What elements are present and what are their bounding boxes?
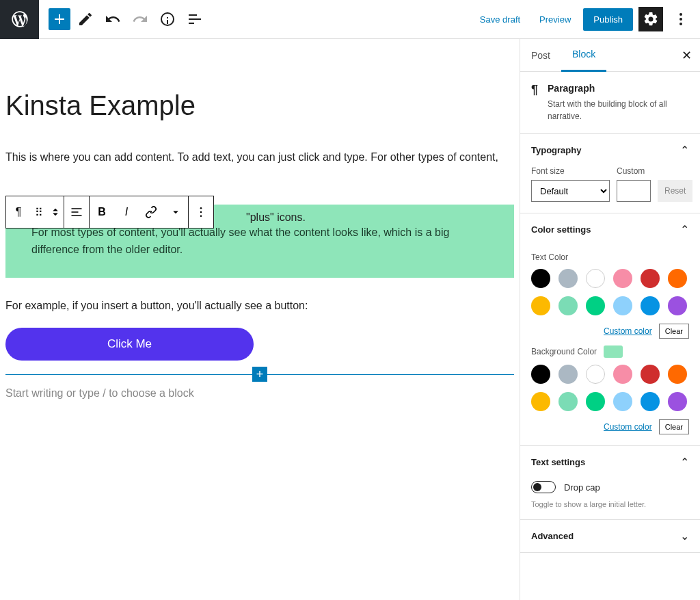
clear-bg-color-button[interactable]: Clear	[659, 419, 689, 434]
custom-font-size-input[interactable]	[617, 180, 651, 202]
color-swatch[interactable]	[531, 296, 550, 315]
color-panel: Color settings ⌃ Text Color Custom color…	[520, 213, 700, 446]
main: Kinsta Example This is where you can add…	[0, 39, 700, 600]
add-block-button[interactable]	[49, 8, 70, 30]
custom-bg-color-link[interactable]: Custom color	[604, 422, 652, 432]
color-swatch[interactable]	[641, 392, 660, 411]
color-swatch[interactable]	[668, 365, 687, 384]
preview-button[interactable]: Preview	[533, 9, 578, 30]
color-swatch[interactable]	[586, 296, 605, 315]
block-info: ¶ Paragraph Start with the building bloc…	[520, 72, 700, 134]
clear-text-color-button[interactable]: Clear	[659, 324, 689, 339]
bg-color-indicator	[604, 345, 623, 358]
svg-point-3	[200, 207, 202, 209]
paragraph-2[interactable]: For example, if you insert a button, you…	[5, 297, 514, 315]
toolbar-left	[39, 7, 207, 31]
color-swatch[interactable]	[641, 296, 660, 315]
color-swatch[interactable]	[531, 392, 550, 411]
text-color-swatches	[531, 269, 689, 315]
block-more-button[interactable]	[189, 196, 213, 228]
color-swatch[interactable]	[558, 296, 578, 315]
button-block[interactable]: Click Me	[5, 328, 254, 361]
reset-button[interactable]: Reset	[658, 180, 692, 202]
chevron-up-icon: ⌃	[680, 223, 689, 236]
link-button[interactable]	[139, 196, 163, 228]
empty-block-placeholder[interactable]: Start writing or type / to choose a bloc…	[5, 387, 514, 400]
italic-button[interactable]: I	[114, 196, 139, 228]
settings-button[interactable]	[638, 7, 663, 31]
paragraph-icon: ¶	[531, 83, 538, 122]
color-swatch[interactable]	[586, 269, 605, 288]
svg-point-4	[200, 211, 202, 213]
custom-text-color-link[interactable]: Custom color	[604, 326, 652, 336]
color-swatch[interactable]	[531, 269, 550, 288]
color-swatch[interactable]	[558, 365, 578, 384]
outline-button[interactable]	[183, 7, 207, 31]
text-settings-panel: Text settings ⌃ Drop cap Toggle to show …	[520, 446, 700, 520]
more-format-button[interactable]	[163, 196, 188, 228]
block-info-title: Paragraph	[548, 83, 689, 94]
paragraph-1-tail: "plus" icons.	[246, 209, 306, 226]
bg-color-swatches	[531, 365, 689, 411]
redo-button[interactable]	[128, 7, 152, 31]
typography-header[interactable]: Typography ⌃	[520, 134, 700, 166]
block-appender-line: +	[5, 374, 514, 375]
color-swatch[interactable]	[586, 392, 605, 411]
close-sidebar-button[interactable]: ✕	[673, 48, 700, 63]
editor-canvas: Kinsta Example This is where you can add…	[0, 39, 520, 600]
block-info-desc: Start with the building block of all nar…	[548, 98, 689, 122]
sidebar-tabs: Post Block ✕	[520, 39, 700, 72]
text-settings-header[interactable]: Text settings ⌃	[520, 446, 700, 478]
tab-block[interactable]: Block	[561, 39, 606, 72]
info-button[interactable]	[155, 7, 180, 31]
color-swatch[interactable]	[613, 296, 632, 315]
svg-point-0	[679, 13, 682, 16]
drop-cap-label: Drop cap	[564, 482, 600, 493]
font-size-label: Font size	[531, 166, 610, 176]
wordpress-logo[interactable]	[0, 0, 39, 39]
drop-cap-toggle[interactable]	[531, 481, 556, 493]
sidebar: Post Block ✕ ¶ Paragraph Start with the …	[520, 39, 700, 600]
color-swatch[interactable]	[668, 296, 687, 315]
color-swatch[interactable]	[641, 269, 660, 288]
move-updown-icon[interactable]	[47, 196, 64, 228]
align-button[interactable]	[64, 196, 89, 228]
text-color-label: Text Color	[531, 252, 689, 262]
typography-panel: Typography ⌃ Font size Default Custom Re…	[520, 134, 700, 213]
chevron-down-icon: ⌄	[680, 530, 689, 543]
color-swatch[interactable]	[641, 365, 660, 384]
drag-handle-icon[interactable]: ⠿	[31, 196, 47, 228]
post-title[interactable]: Kinsta Example	[5, 90, 514, 121]
advanced-panel: Advanced ⌄	[520, 520, 700, 553]
svg-point-1	[679, 18, 682, 21]
paragraph-1[interactable]: This is where you can add content. To ad…	[5, 148, 514, 166]
advanced-header[interactable]: Advanced ⌄	[520, 520, 700, 552]
color-swatch[interactable]	[668, 269, 687, 288]
edit-mode-button[interactable]	[73, 7, 98, 31]
toolbar-right: Save draft Preview Publish	[473, 7, 700, 31]
add-block-inline-button[interactable]: +	[252, 367, 267, 382]
block-type-icon[interactable]: ¶	[6, 196, 31, 228]
save-draft-button[interactable]: Save draft	[473, 9, 527, 30]
custom-label: Custom	[617, 166, 651, 176]
publish-button[interactable]: Publish	[583, 8, 633, 31]
color-swatch[interactable]	[586, 365, 605, 384]
color-swatch[interactable]	[668, 392, 687, 411]
undo-button[interactable]	[100, 7, 125, 31]
chevron-up-icon: ⌃	[680, 456, 689, 469]
more-button[interactable]	[669, 7, 693, 31]
color-swatch[interactable]	[613, 365, 632, 384]
color-swatch[interactable]	[613, 269, 632, 288]
block-toolbar: ¶ ⠿ B I	[5, 196, 214, 229]
svg-point-5	[200, 216, 202, 218]
color-swatch[interactable]	[613, 392, 632, 411]
color-swatch[interactable]	[531, 365, 550, 384]
color-swatch[interactable]	[558, 392, 578, 411]
tab-post[interactable]: Post	[520, 39, 561, 72]
font-size-select[interactable]: Default	[531, 180, 610, 202]
color-header[interactable]: Color settings ⌃	[520, 213, 700, 246]
color-swatch[interactable]	[558, 269, 578, 288]
bg-color-label: Background Color	[531, 345, 689, 358]
chevron-up-icon: ⌃	[680, 144, 689, 157]
bold-button[interactable]: B	[90, 196, 114, 228]
